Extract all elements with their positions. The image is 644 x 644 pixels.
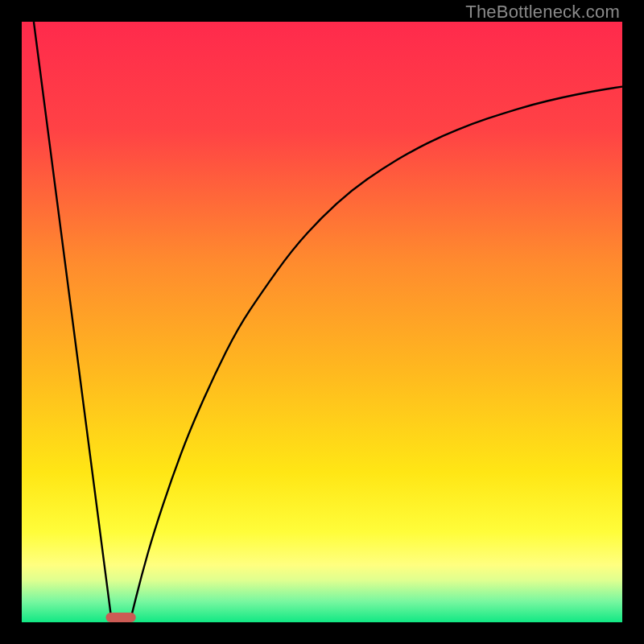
optimal-marker bbox=[105, 613, 135, 622]
chart-frame: TheBottleneck.com bbox=[0, 0, 644, 644]
plot-area bbox=[22, 22, 622, 622]
plot-svg bbox=[22, 22, 622, 622]
gradient-background bbox=[22, 22, 622, 622]
watermark-text: TheBottleneck.com bbox=[465, 2, 620, 23]
